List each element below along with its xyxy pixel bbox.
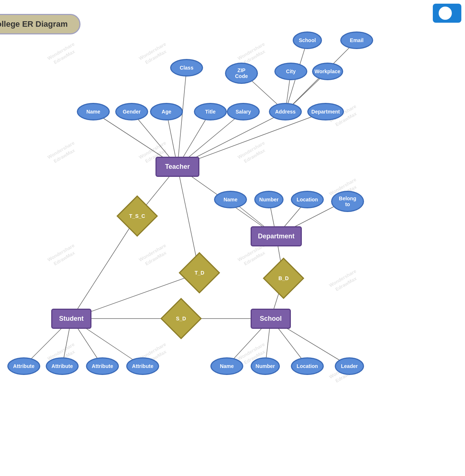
svg-line-7 (177, 112, 326, 167)
logo (433, 4, 461, 23)
canvas: College ER DiagramTeacherStudentSchoolDe… (0, 0, 465, 476)
node-attr4: Attribute (126, 357, 159, 375)
node-dept_number: Number (254, 191, 284, 208)
node-school_attr: School (293, 31, 322, 49)
node-school_leader: Leader (335, 357, 364, 375)
node-title_attr: Title (194, 103, 227, 120)
node-class: Class (170, 59, 203, 77)
node-address: Address (269, 103, 302, 120)
node-attr2: Attribute (46, 357, 79, 375)
node-email: Email (340, 31, 373, 49)
node-school_number: Number (251, 357, 280, 375)
node-city: City (274, 63, 307, 80)
node-school_location: Location (291, 357, 324, 375)
node-school: School (251, 309, 291, 329)
node-age: Age (150, 103, 183, 120)
node-department_attr: Department (307, 103, 344, 120)
node-dept_belong: Belong to (331, 191, 364, 212)
node-sd: S_D (160, 298, 202, 339)
node-attr1: Attribute (7, 357, 40, 375)
node-bd: B_D (263, 257, 304, 299)
svg-line-23 (71, 216, 137, 319)
node-workplace: Workplace (312, 63, 343, 80)
node-title: College ER Diagram (0, 14, 80, 34)
logo-icon (439, 7, 452, 20)
node-name1: Name (77, 103, 110, 120)
node-td: T_D (179, 252, 220, 293)
node-teacher: Teacher (155, 157, 199, 177)
node-gender: Gender (115, 103, 148, 120)
node-attr3: Attribute (86, 357, 119, 375)
node-school_name: Name (210, 357, 243, 375)
node-dept_location: Location (291, 191, 324, 208)
node-student: Student (51, 309, 91, 329)
node-salary: Salary (227, 103, 260, 120)
node-dept_name: Name (214, 191, 247, 208)
node-tsc: T_S_C (116, 195, 158, 237)
node-department: Department (251, 226, 302, 246)
node-zipcode: ZIP Code (225, 63, 258, 84)
